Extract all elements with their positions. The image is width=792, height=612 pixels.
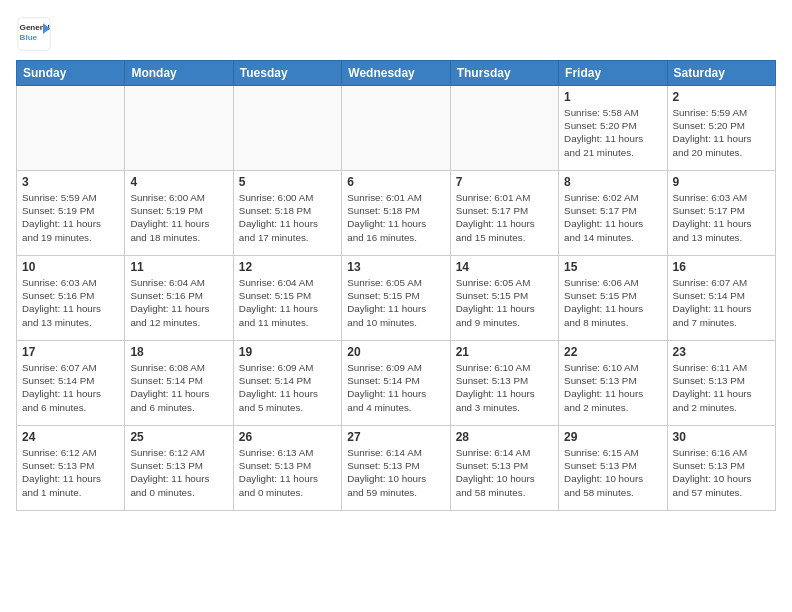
day-info: Sunrise: 6:15 AM Sunset: 5:13 PM Dayligh… bbox=[564, 446, 661, 499]
day-info: Sunrise: 6:05 AM Sunset: 5:15 PM Dayligh… bbox=[347, 276, 444, 329]
calendar-cell: 29Sunrise: 6:15 AM Sunset: 5:13 PM Dayli… bbox=[559, 426, 667, 511]
svg-text:Blue: Blue bbox=[20, 33, 38, 42]
day-number: 21 bbox=[456, 345, 553, 359]
calendar-week-row: 1Sunrise: 5:58 AM Sunset: 5:20 PM Daylig… bbox=[17, 86, 776, 171]
day-number: 18 bbox=[130, 345, 227, 359]
day-info: Sunrise: 6:03 AM Sunset: 5:17 PM Dayligh… bbox=[673, 191, 770, 244]
day-info: Sunrise: 6:06 AM Sunset: 5:15 PM Dayligh… bbox=[564, 276, 661, 329]
page-header: General Blue bbox=[16, 16, 776, 52]
day-number: 13 bbox=[347, 260, 444, 274]
day-number: 12 bbox=[239, 260, 336, 274]
day-number: 9 bbox=[673, 175, 770, 189]
calendar-header-row: SundayMondayTuesdayWednesdayThursdayFrid… bbox=[17, 61, 776, 86]
day-number: 3 bbox=[22, 175, 119, 189]
day-info: Sunrise: 6:09 AM Sunset: 5:14 PM Dayligh… bbox=[239, 361, 336, 414]
calendar-cell: 22Sunrise: 6:10 AM Sunset: 5:13 PM Dayli… bbox=[559, 341, 667, 426]
day-number: 7 bbox=[456, 175, 553, 189]
calendar-cell: 20Sunrise: 6:09 AM Sunset: 5:14 PM Dayli… bbox=[342, 341, 450, 426]
day-info: Sunrise: 6:12 AM Sunset: 5:13 PM Dayligh… bbox=[22, 446, 119, 499]
day-number: 2 bbox=[673, 90, 770, 104]
calendar-cell: 6Sunrise: 6:01 AM Sunset: 5:18 PM Daylig… bbox=[342, 171, 450, 256]
calendar-cell: 17Sunrise: 6:07 AM Sunset: 5:14 PM Dayli… bbox=[17, 341, 125, 426]
weekday-header: Sunday bbox=[17, 61, 125, 86]
weekday-header: Saturday bbox=[667, 61, 775, 86]
calendar-cell: 1Sunrise: 5:58 AM Sunset: 5:20 PM Daylig… bbox=[559, 86, 667, 171]
day-number: 28 bbox=[456, 430, 553, 444]
calendar-cell: 12Sunrise: 6:04 AM Sunset: 5:15 PM Dayli… bbox=[233, 256, 341, 341]
day-info: Sunrise: 5:59 AM Sunset: 5:20 PM Dayligh… bbox=[673, 106, 770, 159]
day-number: 11 bbox=[130, 260, 227, 274]
day-number: 20 bbox=[347, 345, 444, 359]
calendar-week-row: 17Sunrise: 6:07 AM Sunset: 5:14 PM Dayli… bbox=[17, 341, 776, 426]
day-info: Sunrise: 6:10 AM Sunset: 5:13 PM Dayligh… bbox=[456, 361, 553, 414]
calendar-cell: 13Sunrise: 6:05 AM Sunset: 5:15 PM Dayli… bbox=[342, 256, 450, 341]
weekday-header: Monday bbox=[125, 61, 233, 86]
day-info: Sunrise: 6:13 AM Sunset: 5:13 PM Dayligh… bbox=[239, 446, 336, 499]
day-info: Sunrise: 6:04 AM Sunset: 5:16 PM Dayligh… bbox=[130, 276, 227, 329]
calendar-week-row: 3Sunrise: 5:59 AM Sunset: 5:19 PM Daylig… bbox=[17, 171, 776, 256]
day-number: 14 bbox=[456, 260, 553, 274]
calendar-cell: 24Sunrise: 6:12 AM Sunset: 5:13 PM Dayli… bbox=[17, 426, 125, 511]
calendar-cell: 11Sunrise: 6:04 AM Sunset: 5:16 PM Dayli… bbox=[125, 256, 233, 341]
calendar-cell: 8Sunrise: 6:02 AM Sunset: 5:17 PM Daylig… bbox=[559, 171, 667, 256]
day-number: 30 bbox=[673, 430, 770, 444]
calendar-cell: 30Sunrise: 6:16 AM Sunset: 5:13 PM Dayli… bbox=[667, 426, 775, 511]
calendar-week-row: 24Sunrise: 6:12 AM Sunset: 5:13 PM Dayli… bbox=[17, 426, 776, 511]
calendar-cell: 9Sunrise: 6:03 AM Sunset: 5:17 PM Daylig… bbox=[667, 171, 775, 256]
day-number: 5 bbox=[239, 175, 336, 189]
day-info: Sunrise: 6:10 AM Sunset: 5:13 PM Dayligh… bbox=[564, 361, 661, 414]
calendar-cell: 23Sunrise: 6:11 AM Sunset: 5:13 PM Dayli… bbox=[667, 341, 775, 426]
day-info: Sunrise: 5:59 AM Sunset: 5:19 PM Dayligh… bbox=[22, 191, 119, 244]
day-info: Sunrise: 6:00 AM Sunset: 5:18 PM Dayligh… bbox=[239, 191, 336, 244]
day-number: 4 bbox=[130, 175, 227, 189]
calendar-cell bbox=[125, 86, 233, 171]
calendar-cell: 28Sunrise: 6:14 AM Sunset: 5:13 PM Dayli… bbox=[450, 426, 558, 511]
day-number: 1 bbox=[564, 90, 661, 104]
day-number: 15 bbox=[564, 260, 661, 274]
logo: General Blue bbox=[16, 16, 52, 52]
day-info: Sunrise: 6:12 AM Sunset: 5:13 PM Dayligh… bbox=[130, 446, 227, 499]
calendar-cell: 27Sunrise: 6:14 AM Sunset: 5:13 PM Dayli… bbox=[342, 426, 450, 511]
calendar-cell: 10Sunrise: 6:03 AM Sunset: 5:16 PM Dayli… bbox=[17, 256, 125, 341]
calendar-cell: 15Sunrise: 6:06 AM Sunset: 5:15 PM Dayli… bbox=[559, 256, 667, 341]
calendar-cell: 2Sunrise: 5:59 AM Sunset: 5:20 PM Daylig… bbox=[667, 86, 775, 171]
calendar-cell bbox=[17, 86, 125, 171]
calendar-cell: 18Sunrise: 6:08 AM Sunset: 5:14 PM Dayli… bbox=[125, 341, 233, 426]
calendar-cell: 19Sunrise: 6:09 AM Sunset: 5:14 PM Dayli… bbox=[233, 341, 341, 426]
day-info: Sunrise: 6:01 AM Sunset: 5:18 PM Dayligh… bbox=[347, 191, 444, 244]
day-number: 29 bbox=[564, 430, 661, 444]
calendar-cell bbox=[342, 86, 450, 171]
day-number: 6 bbox=[347, 175, 444, 189]
day-number: 17 bbox=[22, 345, 119, 359]
day-info: Sunrise: 6:09 AM Sunset: 5:14 PM Dayligh… bbox=[347, 361, 444, 414]
day-number: 16 bbox=[673, 260, 770, 274]
weekday-header: Friday bbox=[559, 61, 667, 86]
day-info: Sunrise: 6:07 AM Sunset: 5:14 PM Dayligh… bbox=[22, 361, 119, 414]
calendar-cell: 5Sunrise: 6:00 AM Sunset: 5:18 PM Daylig… bbox=[233, 171, 341, 256]
day-number: 25 bbox=[130, 430, 227, 444]
logo-icon: General Blue bbox=[16, 16, 52, 52]
calendar-cell: 25Sunrise: 6:12 AM Sunset: 5:13 PM Dayli… bbox=[125, 426, 233, 511]
day-number: 10 bbox=[22, 260, 119, 274]
day-info: Sunrise: 6:08 AM Sunset: 5:14 PM Dayligh… bbox=[130, 361, 227, 414]
calendar-cell: 21Sunrise: 6:10 AM Sunset: 5:13 PM Dayli… bbox=[450, 341, 558, 426]
day-info: Sunrise: 6:16 AM Sunset: 5:13 PM Dayligh… bbox=[673, 446, 770, 499]
calendar-cell: 26Sunrise: 6:13 AM Sunset: 5:13 PM Dayli… bbox=[233, 426, 341, 511]
calendar-cell: 3Sunrise: 5:59 AM Sunset: 5:19 PM Daylig… bbox=[17, 171, 125, 256]
day-number: 23 bbox=[673, 345, 770, 359]
calendar-cell: 14Sunrise: 6:05 AM Sunset: 5:15 PM Dayli… bbox=[450, 256, 558, 341]
day-info: Sunrise: 6:07 AM Sunset: 5:14 PM Dayligh… bbox=[673, 276, 770, 329]
day-info: Sunrise: 6:00 AM Sunset: 5:19 PM Dayligh… bbox=[130, 191, 227, 244]
day-info: Sunrise: 6:01 AM Sunset: 5:17 PM Dayligh… bbox=[456, 191, 553, 244]
day-number: 19 bbox=[239, 345, 336, 359]
calendar-cell: 16Sunrise: 6:07 AM Sunset: 5:14 PM Dayli… bbox=[667, 256, 775, 341]
day-number: 27 bbox=[347, 430, 444, 444]
calendar-cell: 7Sunrise: 6:01 AM Sunset: 5:17 PM Daylig… bbox=[450, 171, 558, 256]
calendar-cell bbox=[450, 86, 558, 171]
day-number: 24 bbox=[22, 430, 119, 444]
day-info: Sunrise: 6:02 AM Sunset: 5:17 PM Dayligh… bbox=[564, 191, 661, 244]
day-number: 22 bbox=[564, 345, 661, 359]
calendar-table: SundayMondayTuesdayWednesdayThursdayFrid… bbox=[16, 60, 776, 511]
calendar-cell: 4Sunrise: 6:00 AM Sunset: 5:19 PM Daylig… bbox=[125, 171, 233, 256]
day-info: Sunrise: 6:05 AM Sunset: 5:15 PM Dayligh… bbox=[456, 276, 553, 329]
